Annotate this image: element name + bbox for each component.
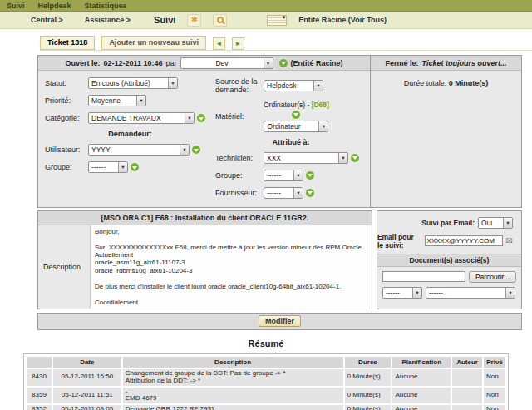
breadcrumb-bar: Central > Assistance > Suivi ✱ ▼ Entité … [0,12,532,29]
assigned-header: Attribué à: [215,138,367,146]
priority-label: Priorité: [45,96,88,105]
source-label: Source de la demande: [215,77,264,95]
chevron-down-icon: ▼ [293,170,303,180]
chevron-down-icon: ▼ [136,96,145,106]
col-header-auteur: Auteur [452,357,482,368]
technician-select[interactable]: XXX ▼ [264,152,348,164]
chevron-down-icon: ▼ [338,153,347,163]
entity-label[interactable]: Entité Racine (Voir Tous) [298,16,387,24]
assign-group-label: Groupe: [215,171,264,180]
par-label: par [166,59,177,67]
chevron-down-icon: ▼ [412,288,421,298]
table-row[interactable]: 8359 05-12-2011 11:51 - EMD 4679 0 Minut… [27,388,505,404]
top-menubar: Suivi Helpdesk Statistiques [0,0,532,12]
group-select[interactable]: ------ ▼ [88,161,128,173]
opened-date: 02-12-2011 10:46 [103,59,162,67]
user-select[interactable]: YYYY ▼ [88,144,190,156]
email-followup-select[interactable]: Oui ▼ [478,217,513,229]
menu-item-statistiques[interactable]: Statistiques [85,2,127,10]
ticket-detail-panels: [MSO ORA C1] E68 : Installation du clien… [37,210,522,309]
summary-table-wrapper: Date Description Durée Planification Aut… [23,353,509,410]
requester-column: Statut: En cours (Attribué) ▼ Priorité: … [45,77,215,199]
breadcrumb-central[interactable]: Central > [31,16,63,24]
opened-label: Ouvert le: [65,59,100,67]
prev-ticket-button[interactable]: ◄ [213,37,225,50]
hardware-label: Matériel: [215,112,264,121]
ticket-main-panel: Ouvert le: 02-12-2011 10:46 par Dev ▼ (E… [37,55,522,208]
ticket-title: [MSO ORA C1] E68 : Installation du clien… [38,211,372,225]
ticket-fields-area: Ouvert le: 02-12-2011 10:46 par Dev ▼ (E… [38,56,371,207]
summary-table: Date Description Durée Planification Aut… [25,355,507,410]
owner-helper-icon[interactable] [279,59,288,67]
category-select[interactable]: DEMANDE TRAVAUX ▼ [88,112,195,124]
email-followup-label: Suivi par Email: [421,219,475,227]
email-documents-panel: Suivi par Email: Oui ▼ Email pour le sui… [377,210,522,309]
email-address-input[interactable] [425,235,503,246]
next-ticket-button[interactable]: ► [232,37,244,50]
closed-band: Fermé le: Ticket toujours ouvert... [371,56,521,71]
col-header-planification: Planification [392,357,451,368]
closed-label: Fermé le: [386,59,419,67]
email-icon[interactable]: ✉ [506,236,513,245]
opened-band: Ouvert le: 02-12-2011 10:46 par Dev ▼ (E… [38,56,370,71]
breadcrumb-assistance[interactable]: Assistance > [85,16,131,24]
duration-line: Durée totale: 0 Minute(s) [371,71,521,87]
category-label: Catégorie: [45,114,88,122]
assign-group-helper-icon[interactable] [306,171,314,180]
summary-header-row: Date Description Durée Planification Aut… [27,357,505,368]
page-title: Suivi [154,15,175,25]
status-select[interactable]: En cours (Attribué) ▼ [88,77,178,89]
fields-columns: Statut: En cours (Attribué) ▼ Priorité: … [38,71,370,207]
document-upload-input[interactable] [382,271,466,282]
source-select[interactable]: Helpdesk ▼ [264,80,323,91]
star-icon: ✱ [191,16,198,24]
browse-button[interactable]: Parcourir... [469,271,516,283]
col-header-date: Date [53,357,121,368]
hardware-helper-icon[interactable] [292,111,300,119]
user-helper-icon[interactable] [192,146,200,154]
menu-item-suivi[interactable]: Suivi [7,2,25,10]
assign-group-select[interactable]: ------ ▼ [264,170,303,181]
tabs-row: Ticket 1318 Ajouter un nouveau suivi ◄ ► [40,36,532,50]
requester-header: Demandeur: [45,130,215,138]
closed-value: Ticket toujours ouvert... [422,59,507,67]
chevron-down-icon: ▼ [264,58,273,68]
duration-value: 0 Minute(s) [449,79,489,87]
entity-selector[interactable]: ▼ [267,15,287,26]
computer-link[interactable]: [D68] [312,101,329,109]
group-label: Groupe: [45,163,88,171]
chevron-down-icon: ▼ [293,188,303,198]
entity-note: (Entité Racine) [291,59,343,67]
col-header-description: Description [123,357,343,368]
owner-select[interactable]: Dev ▼ [180,57,273,69]
hardware-link-line: Ordinateur(s) - [D68] [264,101,329,109]
email-address-label: Email pour le suivi: [377,233,421,249]
chevron-down-icon: ▼ [318,121,328,131]
tab-ticket[interactable]: Ticket 1318 [40,36,95,50]
col-header-duree: Durée [345,357,392,368]
group-helper-icon[interactable] [131,163,139,171]
modify-button[interactable]: Modifier [259,315,301,327]
supplier-select[interactable]: ------ ▼ [264,187,303,199]
col-header-prive: Privé [484,357,505,368]
tab-add-followup[interactable]: Ajouter un nouveau suivi [101,36,206,50]
add-followup-toolbar-button[interactable]: ✱ [187,14,201,27]
document-select-1[interactable]: ------ ▼ [382,287,422,299]
supplier-helper-icon[interactable] [306,189,314,197]
description-text: Bonjour, Sur XXXXXXXXXXXXXxx E68, merci … [90,225,372,309]
priority-select[interactable]: Moyenne ▼ [88,95,146,106]
search-toolbar-button[interactable] [213,14,227,27]
document-select-2[interactable]: ------ ▼ [426,287,515,299]
technician-helper-icon[interactable] [351,154,359,162]
table-row[interactable]: 8430 05-12-2011 16:50 Changement de grou… [27,369,505,386]
documents-header: Document(s) associé(s) [377,254,521,267]
search-icon [217,17,224,23]
hardware-select[interactable]: Ordinateur ▼ [264,121,328,132]
category-helper-icon[interactable] [197,114,205,122]
table-row[interactable]: 8352 05-12-2011 09:05 Demande GRR 1222 R… [27,405,505,410]
tabs-separator [40,50,532,51]
ticket-status-column: Fermé le: Ticket toujours ouvert... Duré… [371,56,521,207]
duration-label: Durée totale: [404,79,447,87]
menu-item-helpdesk[interactable]: Helpdesk [38,2,71,10]
chevron-down-icon: ▼ [180,145,189,155]
